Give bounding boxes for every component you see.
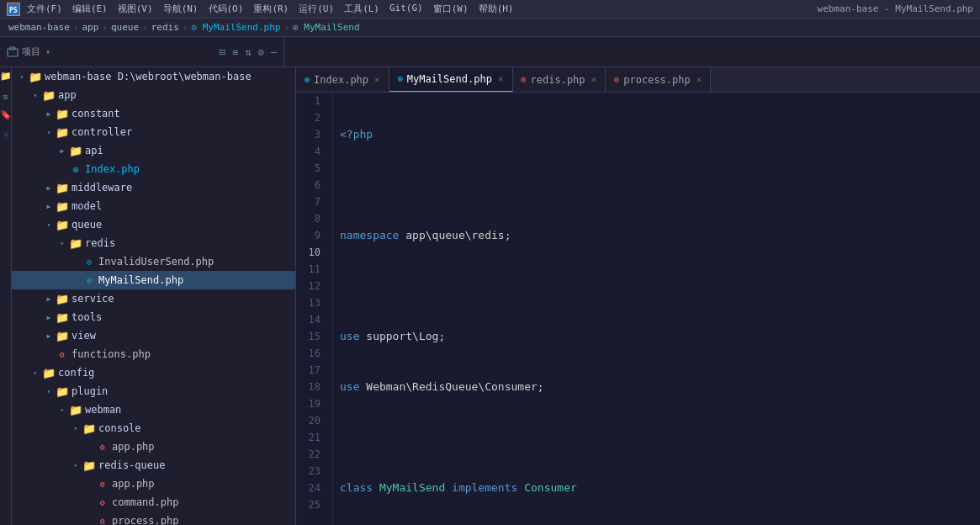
tree-item-app[interactable]: ▾ 📁 app xyxy=(12,86,295,104)
tab-process-php[interactable]: ⚙ process.php ✕ xyxy=(606,67,711,93)
tree-label-service: service xyxy=(72,293,114,305)
tree-item-view[interactable]: ▶ 📁 view xyxy=(12,326,295,345)
line-num-3: 3 xyxy=(296,126,326,143)
expand-icon[interactable]: ≡ xyxy=(232,46,238,58)
structure-icon[interactable]: ≋ xyxy=(3,92,8,103)
expand-arrow-tools[interactable]: ▶ xyxy=(42,310,56,324)
expand-arrow-service[interactable]: ▶ xyxy=(42,292,56,305)
expand-arrow-controller[interactable]: ▾ xyxy=(42,125,56,139)
breadcrumb-queue[interactable]: queue xyxy=(111,22,139,33)
tab-mymailsend[interactable]: ⊙ MyMailSend.php ✕ xyxy=(389,67,513,93)
tree-item-process-php[interactable]: ⚙ process.php xyxy=(12,512,295,525)
menu-refactor[interactable]: 重构(R) xyxy=(253,3,289,15)
tree-item-redis-queue[interactable]: ▾ 📁 redis-queue xyxy=(12,456,295,475)
tab-redis-php[interactable]: ⚙ redis.php ✕ xyxy=(513,67,607,93)
tree-item-redis-dir[interactable]: ▾ 📁 redis xyxy=(12,234,295,252)
expand-arrow-constant[interactable]: ▶ xyxy=(42,107,56,120)
editor-tabs: ⊙ Index.php ✕ ⊙ MyMailSend.php ✕ ⚙ redis… xyxy=(296,67,980,93)
tree-item-api[interactable]: ▶ 📁 api xyxy=(12,141,295,160)
tree-item-app-php1[interactable]: ⚙ app.php xyxy=(12,438,295,456)
close-sidebar-icon[interactable]: — xyxy=(271,46,277,58)
breadcrumb-root[interactable]: webman-base xyxy=(8,22,70,33)
menu-run[interactable]: 运行(U) xyxy=(299,3,334,15)
breadcrumb-app[interactable]: app xyxy=(82,22,98,33)
expand-arrow-view[interactable]: ▶ xyxy=(42,329,56,342)
toolbar: 项目 ▾ ⊟ ≡ ⇅ ⚙ — xyxy=(0,37,980,67)
tree-item-invalidusersend[interactable]: ⊙ InvalidUserSend.php xyxy=(12,252,295,271)
tree-item-app-php2[interactable]: ⚙ app.php xyxy=(12,475,295,493)
menu-code[interactable]: 代码(O) xyxy=(209,3,244,15)
tab-close-index[interactable]: ✕ xyxy=(374,74,380,85)
code-editor[interactable]: 1 2 3 4 5 6 7 8 9 10 11 12 13 14 15 16 1… xyxy=(296,93,980,525)
line-num-1: 1 xyxy=(296,93,326,109)
bookmark-icon[interactable]: 🔖 xyxy=(0,109,12,120)
tree-item-middleware[interactable]: ▶ 📁 middleware xyxy=(12,178,295,197)
expand-arrow-plugin[interactable]: ▾ xyxy=(42,384,56,398)
expand-arrow-root[interactable]: ▾ xyxy=(15,70,29,83)
expand-arrow-queue[interactable]: ▾ xyxy=(42,218,56,231)
menu-file[interactable]: 文件(F) xyxy=(27,3,62,15)
menu-bar-items[interactable]: 文件(F) 编辑(E) 视图(V) 导航(N) 代码(O) 重构(R) 运行(U… xyxy=(27,3,818,15)
chevron-down-icon[interactable]: ▾ xyxy=(45,47,50,56)
tree-item-mymailsend[interactable]: ⊙ MyMailSend.php xyxy=(12,271,295,289)
tree-item-command-php[interactable]: ⚙ command.php xyxy=(12,493,295,512)
settings-icon[interactable]: ⚙ xyxy=(258,46,264,58)
tree-item-queue[interactable]: ▾ 📁 queue xyxy=(12,215,295,234)
tree-item-model[interactable]: ▶ 📁 model xyxy=(12,197,295,215)
menu-edit[interactable]: 编辑(E) xyxy=(72,3,108,15)
tree-label-middleware: middleware xyxy=(72,182,132,194)
tree-label-view: view xyxy=(72,330,96,342)
tab-index-php[interactable]: ⊙ Index.php ✕ xyxy=(296,67,389,93)
breadcrumb-redis[interactable]: redis xyxy=(151,22,179,33)
expand-arrow-middleware[interactable]: ▶ xyxy=(42,181,56,194)
tree-item-console[interactable]: ▾ 📁 console xyxy=(12,419,295,438)
tree-item-index-php[interactable]: ⊙ Index.php xyxy=(12,160,295,178)
breadcrumb-file[interactable]: ⊙ MyMailSend.php xyxy=(191,22,280,33)
project-icon[interactable]: 📁 xyxy=(0,71,12,82)
git-icon[interactable]: ⑂ xyxy=(3,130,8,140)
tree-item-root[interactable]: ▾ 📁 webman-base D:\webroot\webman-base xyxy=(12,67,295,86)
tab-close-process[interactable]: ✕ xyxy=(697,74,702,85)
line-num-21: 21 xyxy=(296,429,326,446)
sort-icon[interactable]: ⇅ xyxy=(245,46,251,58)
breadcrumb-class[interactable]: ⊙ MyMailSend xyxy=(293,22,359,33)
tree-item-plugin[interactable]: ▾ 📁 plugin xyxy=(12,382,295,400)
no-arrow-functions xyxy=(42,347,56,361)
line-num-11: 11 xyxy=(296,261,326,278)
expand-arrow-app[interactable]: ▾ xyxy=(29,88,42,102)
tree-item-tools[interactable]: ▶ 📁 tools xyxy=(12,308,295,326)
tree-item-webman[interactable]: ▾ 📁 webman xyxy=(12,400,295,419)
expand-arrow-redis-dir[interactable]: ▾ xyxy=(56,236,69,250)
tree-label-invalidusersend: InvalidUserSend.php xyxy=(98,256,214,268)
tab-close-redis[interactable]: ✕ xyxy=(591,74,597,85)
code-line-6: use Webman\RedisQueue\Consumer; xyxy=(340,379,980,395)
menu-git[interactable]: Git(G) xyxy=(389,3,423,15)
tree-label-redis-dir: redis xyxy=(85,237,115,249)
tab-icon-index: ⊙ xyxy=(305,75,310,84)
expand-arrow-redis-queue[interactable]: ▾ xyxy=(69,459,82,472)
expand-arrow-console[interactable]: ▾ xyxy=(69,422,82,435)
tree-item-constant[interactable]: ▶ 📁 constant xyxy=(12,104,295,123)
folder-icon-model: 📁 xyxy=(56,200,69,212)
menu-help[interactable]: 帮助(H) xyxy=(479,3,514,15)
tree-item-config[interactable]: ▾ 📁 config xyxy=(12,363,295,382)
folder-icon-plugin: 📁 xyxy=(56,385,69,397)
expand-arrow-config[interactable]: ▾ xyxy=(29,366,42,379)
tree-item-functions[interactable]: ⚙ functions.php xyxy=(12,345,295,363)
menu-tools[interactable]: 工具(L) xyxy=(344,3,379,15)
expand-arrow-webman[interactable]: ▾ xyxy=(56,403,69,416)
tree-item-controller[interactable]: ▾ 📁 controller xyxy=(12,123,295,141)
tree-label-constant: constant xyxy=(72,108,120,119)
expand-arrow-api[interactable]: ▶ xyxy=(56,144,69,157)
code-content[interactable]: <?php namespace app\queue\redis; use sup… xyxy=(333,93,980,525)
expand-arrow-model[interactable]: ▶ xyxy=(42,199,56,213)
tree-label-process-php: process.php xyxy=(112,515,178,525)
tree-label-tools: tools xyxy=(72,311,102,323)
collapse-all-icon[interactable]: ⊟ xyxy=(220,46,225,58)
menu-navigate[interactable]: 导航(N) xyxy=(163,3,199,15)
menu-view[interactable]: 视图(V) xyxy=(118,3,153,15)
tree-item-service[interactable]: ▶ 📁 service xyxy=(12,289,295,308)
tab-close-mymailsend[interactable]: ✕ xyxy=(498,73,504,84)
line-num-7: 7 xyxy=(296,194,326,210)
menu-window[interactable]: 窗口(W) xyxy=(433,3,469,15)
